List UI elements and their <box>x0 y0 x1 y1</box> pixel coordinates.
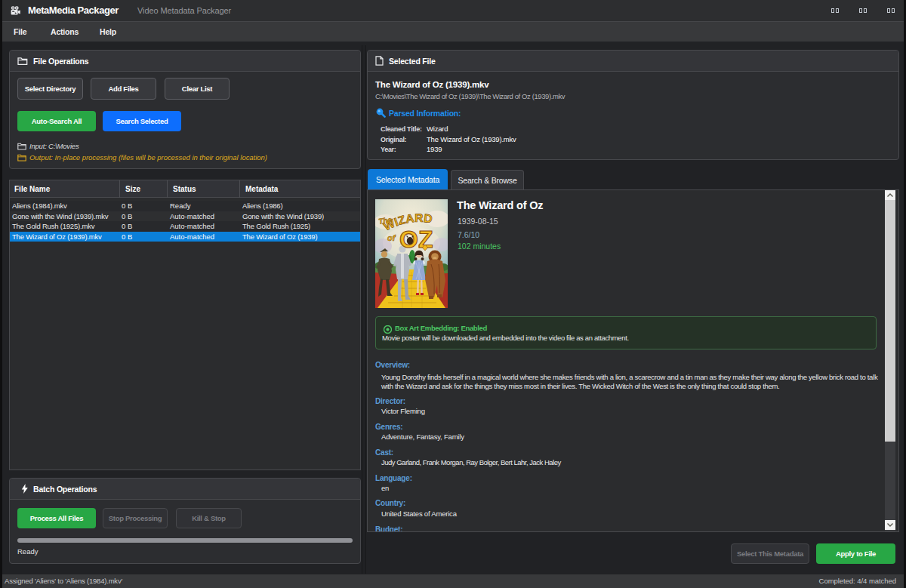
svg-text:OZ: OZ <box>399 226 433 253</box>
svg-text:of: of <box>387 233 396 242</box>
